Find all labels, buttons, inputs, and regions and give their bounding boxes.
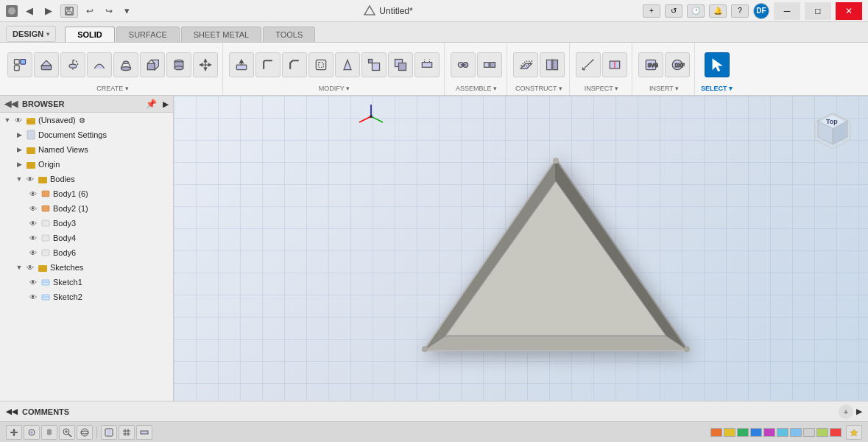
eye-icon-unsaved[interactable]: 👁 [13,116,24,124]
chamfer-button[interactable] [282,52,307,77]
sweep-button[interactable] [87,52,112,77]
nav-forward-button[interactable]: ▶ [41,4,56,18]
insert-svg-button[interactable]: SVG [638,52,663,77]
color-swatch-green[interactable] [737,428,749,437]
shell-button[interactable] [308,52,334,77]
tree-item-unsaved[interactable]: ▼ 👁 (Unsaved) ⚙ [0,113,173,127]
maximize-button[interactable]: □ [805,2,831,20]
new-component-button[interactable] [7,52,32,77]
cylinder-button[interactable] [166,52,191,77]
settings-icon-unsaved[interactable]: ⚙ [79,116,85,124]
fillet-button[interactable] [255,52,280,77]
insert-label[interactable]: INSERT ▾ [649,85,679,92]
as-built-joint-button[interactable] [477,52,502,77]
box-button[interactable] [140,52,165,77]
eye-icon-body6[interactable]: 👁 [28,249,38,257]
help-button[interactable]: ? [731,4,749,18]
eye-icon-body3[interactable]: 👁 [28,220,38,228]
tab-sheetmetal[interactable]: SHEET METAL [181,27,261,42]
bottom-camera-button[interactable] [24,425,40,440]
bottom-zoom-button[interactable] [59,425,75,440]
bottom-move-button[interactable] [6,425,22,440]
offset-plane-button[interactable] [513,52,538,77]
eye-icon-body4[interactable]: 👁 [28,234,38,242]
color-swatch-purple[interactable] [763,428,775,437]
tree-item-body4[interactable]: 👁 Body4 [0,231,173,245]
viewport[interactable]: Top [174,96,868,401]
eye-icon-body1[interactable]: 👁 [28,190,38,198]
eye-icon-sketch1[interactable]: 👁 [28,278,38,287]
tab-solid[interactable]: SOLID [65,27,115,42]
redo-button[interactable]: ↪ [102,4,116,18]
tree-item-document-settings[interactable]: ▶ Document Settings [0,127,173,142]
bottom-grid-button[interactable] [119,425,135,440]
draft-button[interactable] [335,52,360,77]
color-swatch-yellow[interactable] [724,428,735,437]
tree-item-body3[interactable]: 👁 Body3 [0,216,173,231]
tab-surface[interactable]: SURFACE [116,27,180,42]
close-button[interactable]: ✕ [836,2,862,20]
revolve-button[interactable] [60,52,85,77]
minimize-button[interactable]: ─ [774,2,800,20]
bottom-sections-button[interactable] [136,425,152,440]
select-button[interactable] [705,52,730,77]
inspect-label[interactable]: INSPECT ▾ [585,85,618,92]
eye-icon-bodies[interactable]: 👁 [25,175,35,183]
tree-item-body1[interactable]: 👁 Body1 (6) [0,186,173,201]
loft-button[interactable] [113,52,138,77]
eye-icon-body2[interactable]: 👁 [28,205,38,213]
color-swatch-gray[interactable] [803,428,815,437]
color-swatch-lime[interactable] [816,428,828,437]
tab-tools[interactable]: TOOLS [263,27,315,42]
eye-icon-sketches[interactable]: 👁 [25,264,35,272]
assemble-label[interactable]: ASSEMBLE ▾ [456,85,497,92]
midplane-button[interactable] [540,52,565,77]
offset-face-button[interactable] [414,52,440,77]
new-tab-button[interactable]: + [643,4,660,18]
joint-button[interactable] [451,52,476,77]
design-dropdown[interactable]: DESIGN ▾ [6,26,56,42]
color-swatch-blue[interactable] [750,428,762,437]
sidebar-pin-icon[interactable]: 📌 [146,99,157,109]
tree-item-sketch1[interactable]: 👁 Sketch1 [0,275,173,290]
view-cube[interactable]: Top [809,108,856,155]
extrude-button[interactable] [34,52,59,77]
tree-item-sketch2[interactable]: 👁 Sketch2 [0,290,173,304]
undo-button[interactable]: ↩ [82,4,97,18]
bell-button[interactable]: 🔔 [709,4,727,18]
tree-item-bodies[interactable]: ▼ 👁 Bodies [0,172,173,186]
modify-label[interactable]: MODIFY ▾ [319,85,350,92]
create-label[interactable]: CREATE ▾ [96,85,128,92]
color-swatch-cyan[interactable] [777,428,788,437]
comments-expand-icon[interactable]: ▶ [856,407,862,415]
bottom-pan-button[interactable] [41,425,57,440]
section-button[interactable] [602,52,627,77]
bottom-extra-button[interactable] [846,425,862,440]
sidebar-collapse-icon[interactable]: ◀◀ [4,99,18,109]
color-swatch-red[interactable] [830,428,841,437]
bottom-orbit-button[interactable] [77,425,93,440]
profile-button[interactable]: DF [753,3,769,19]
combine-button[interactable] [388,52,413,77]
color-swatch-lightblue[interactable] [790,428,802,437]
bottom-display-button[interactable] [101,425,117,440]
eye-icon-sketch2[interactable]: 👁 [28,293,38,301]
scale-button[interactable] [361,52,387,77]
select-label[interactable]: SELECT ▾ [701,85,733,92]
tree-item-body2[interactable]: 👁 Body2 (1) [0,201,173,216]
measure-button[interactable] [576,52,601,77]
refresh-button[interactable]: ↺ [665,4,682,18]
comments-add-icon[interactable]: + [839,404,853,419]
more-button[interactable]: ▾ [121,4,133,18]
nav-back-button[interactable]: ◀ [22,4,37,18]
save-button[interactable] [60,4,78,18]
tree-item-sketches[interactable]: ▼ 👁 Sketches [0,260,173,275]
insert-dxf-button[interactable]: DXF [665,52,690,77]
press-pull-button[interactable] [229,52,254,77]
color-swatch-orange[interactable] [710,428,722,437]
tree-item-body6[interactable]: 👁 Body6 [0,245,173,260]
construct-label[interactable]: CONSTRUCT ▾ [515,85,562,92]
move-tool-button[interactable] [193,52,218,77]
clock-button[interactable]: 🕐 [687,4,705,18]
tree-item-named-views[interactable]: ▶ Named Views [0,142,173,157]
